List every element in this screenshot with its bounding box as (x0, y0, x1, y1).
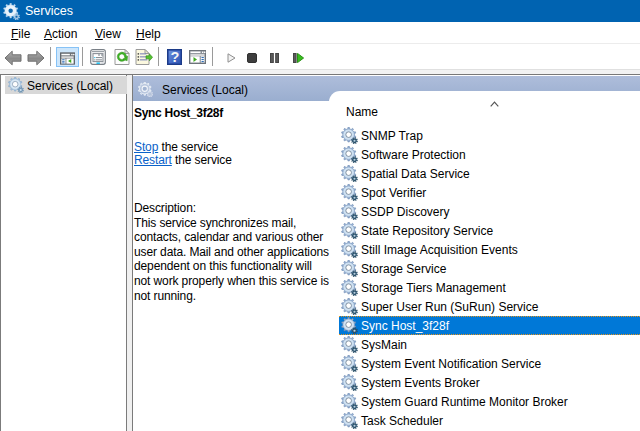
svg-text:?: ? (171, 49, 180, 65)
